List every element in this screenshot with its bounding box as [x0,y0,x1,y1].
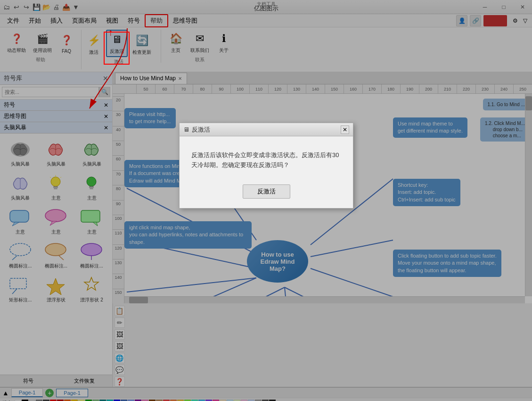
dialog-close-btn[interactable]: ✕ [341,125,349,134]
dialog-title-text: 反激活 [192,125,210,134]
dialog-title: 🖥 反激活 [183,125,210,134]
dialog-footer: 反激活 [180,180,353,208]
dialog-titlebar: 🖥 反激活 ✕ [180,123,353,136]
dialog-message: 反激活后该软件会立即变成非激活状态。反激活后有30天冷却期。您确定要现在反激活吗… [191,150,341,170]
dialog-overlay: 🖥 反激活 ✕ 反激活后该软件会立即变成非激活状态。反激活后有30天冷却期。您确… [0,0,532,401]
dialog-deactivate-btn[interactable]: 反激活 [243,184,290,199]
dialog-body: 反激活后该软件会立即变成非激活状态。反激活后有30天冷却期。您确定要现在反激活吗… [180,136,353,180]
dialog-icon: 🖥 [183,126,189,133]
deactivate-dialog: 🖥 反激活 ✕ 反激活后该软件会立即变成非激活状态。反激活后有30天冷却期。您确… [179,123,353,209]
